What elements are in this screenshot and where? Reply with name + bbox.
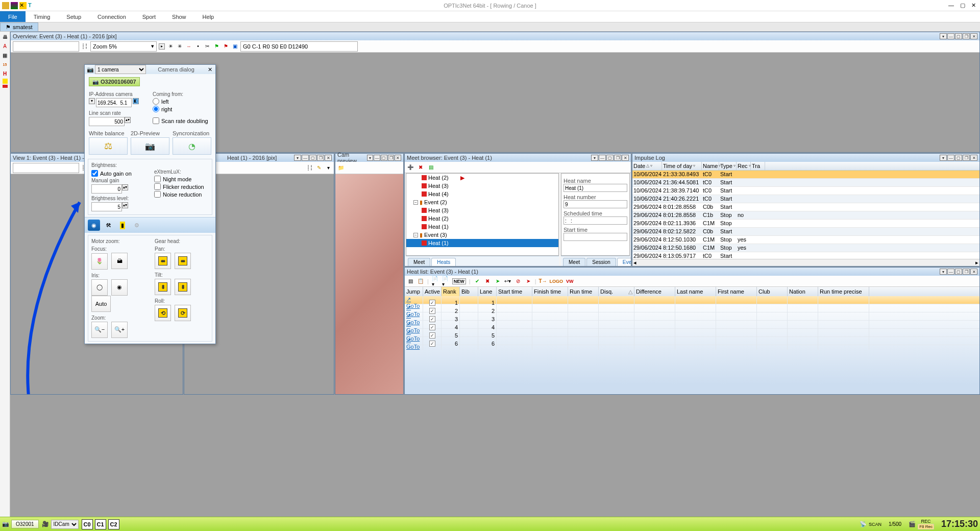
panel-min-icon[interactable]: —: [947, 33, 954, 39]
il-rest-icon[interactable]: ❐: [963, 155, 970, 161]
sun-icon[interactable]: ☀: [167, 43, 174, 50]
v2-min-icon[interactable]: —: [302, 155, 309, 161]
heatlist-row[interactable]: ↗ GoTo ✓ 33: [405, 312, 979, 321]
sb-idcam-select[interactable]: IDCam: [51, 520, 79, 529]
zoom-select[interactable]: Zoom 5%▾: [90, 41, 157, 52]
il-max-icon[interactable]: ▢: [955, 155, 962, 161]
tree-item[interactable]: Heat (3): [428, 207, 449, 213]
v2-dd-icon[interactable]: ▾: [325, 164, 332, 172]
filter-icon[interactable]: ▿: [749, 163, 751, 168]
hl-cal-icon[interactable]: 📋: [417, 278, 424, 285]
sync-button[interactable]: ◔: [173, 137, 211, 155]
scan-input[interactable]: [89, 117, 125, 126]
hl-exp-icon[interactable]: ➤: [525, 278, 532, 285]
hl-vw-btn[interactable]: VW: [566, 279, 574, 284]
impulse-row[interactable]: 10/06/202421:33:30.8493tC0Start: [632, 171, 979, 179]
flag-red-icon[interactable]: ⚑: [222, 43, 229, 50]
mb-new-icon[interactable]: ➕: [407, 164, 414, 171]
mb-max-icon[interactable]: ▢: [606, 155, 614, 161]
lt-h-icon[interactable]: H: [1, 69, 9, 78]
menu-connection[interactable]: Connection: [89, 11, 134, 22]
panel-close-icon[interactable]: ✕: [970, 33, 977, 39]
heatlist-row[interactable]: ↗ GoTo ✓ 11: [405, 296, 979, 304]
sb-f8[interactable]: F8 Rec: [918, 524, 934, 529]
view1-field[interactable]: [13, 163, 79, 173]
menu-file[interactable]: File: [0, 11, 26, 22]
heatlist-row[interactable]: ↗ GoTo ✓ 44: [405, 321, 979, 329]
hl-doc1-icon[interactable]: 📄▾: [432, 278, 439, 285]
bright-spin-icon[interactable]: ▴▾: [122, 202, 128, 208]
impulse-row[interactable]: 29/06/20248:12:50.1680C1MStopyes: [632, 244, 979, 252]
hl-max-icon[interactable]: ▢: [955, 269, 962, 275]
cam-id-chip[interactable]: 📷 O3200106007: [89, 77, 140, 86]
cp-folder-icon[interactable]: 📁: [337, 164, 345, 172]
mb-rest-icon[interactable]: ❐: [614, 155, 621, 161]
menu-setup[interactable]: Setup: [58, 11, 89, 22]
minimize-icon[interactable]: —: [948, 2, 954, 9]
filter-icon[interactable]: ▿: [650, 163, 652, 168]
sb-c0[interactable]: C0: [82, 519, 93, 529]
ip-input[interactable]: [96, 98, 132, 107]
pan-right-button[interactable]: ⬌: [175, 253, 191, 269]
camtab-gear-icon[interactable]: ⚙: [131, 220, 143, 231]
maximize-icon[interactable]: ▢: [960, 2, 965, 9]
flicker-check[interactable]: Flicker reduction: [154, 183, 209, 190]
tree-item[interactable]: Heat (2): [428, 215, 449, 222]
impulse-row[interactable]: 29/06/20248:01:28.8558C0bStart: [632, 203, 979, 211]
tab-heats[interactable]: Heats: [431, 258, 456, 266]
hl-t-icon[interactable]: T→: [540, 278, 547, 285]
impulse-row[interactable]: 29/06/20248:02:12.5822C0bStart: [632, 228, 979, 236]
hl-imp-icon[interactable]: ➤: [494, 278, 501, 285]
noise-check[interactable]: Noise reduction: [154, 191, 209, 198]
v2-ic2-icon[interactable]: ✎: [315, 164, 323, 172]
menu-sport[interactable]: Sport: [134, 11, 164, 22]
from-right-radio[interactable]: right: [153, 106, 211, 112]
tree-item[interactable]: Heat (3): [428, 183, 449, 189]
doubling-check[interactable]: Scan rate doubling: [153, 117, 211, 124]
menu-show[interactable]: Show: [164, 11, 194, 22]
impulse-row[interactable]: 29/06/20248:13:05.9717tC0Start: [632, 252, 979, 259]
v2-dropdown-icon[interactable]: ▾: [294, 155, 301, 161]
collapse-icon[interactable]: −: [413, 233, 418, 237]
camtab-tools-icon[interactable]: 🛠: [102, 220, 114, 231]
close-icon[interactable]: ✕: [971, 2, 976, 9]
tree-event[interactable]: Event (3): [424, 232, 447, 238]
mangain-spin-icon[interactable]: ▴▾: [122, 184, 128, 190]
puzzle-icon[interactable]: ▣: [231, 43, 238, 50]
lt-red-icon[interactable]: [3, 85, 8, 88]
hl-min-icon[interactable]: —: [947, 269, 954, 275]
lt-grid-icon[interactable]: ▦: [1, 51, 9, 59]
ftab-event[interactable]: Event: [617, 258, 631, 266]
mangain-input[interactable]: [91, 184, 122, 194]
il-dd-icon[interactable]: ▾: [940, 155, 947, 161]
start-input[interactable]: [564, 233, 627, 241]
panel-dropdown-icon[interactable]: ▾: [940, 33, 947, 39]
v2-ic1-icon[interactable]: ┊╎: [306, 164, 313, 172]
focus-near-button[interactable]: 🌷: [91, 253, 108, 270]
pan-left-button[interactable]: ⬌: [155, 253, 171, 269]
sb-c2[interactable]: C2: [108, 519, 119, 529]
heatnum-input[interactable]: [564, 200, 627, 208]
lt-yellow-icon[interactable]: [3, 79, 8, 84]
camtab-lens-icon[interactable]: ◉: [88, 220, 100, 231]
hl-stop-icon[interactable]: ⊘: [514, 278, 522, 285]
heatlist-body[interactable]: ↗ GoTo ✓ 11 ↗ GoTo ✓ 22 ↗ GoTo ✓ 33 ↗ Go…: [405, 296, 979, 394]
night-check[interactable]: Night mode: [154, 176, 209, 182]
star-icon[interactable]: ✳: [176, 43, 183, 50]
tree-item[interactable]: Heat (2): [428, 175, 449, 181]
flag-green-icon[interactable]: ⚑: [213, 43, 220, 50]
sched-input[interactable]: [564, 216, 627, 225]
lt-pdf-icon[interactable]: A: [1, 42, 9, 50]
panel-max-icon[interactable]: ▢: [955, 33, 962, 39]
mb-xls-icon[interactable]: ▤: [427, 164, 434, 171]
mb-min-icon[interactable]: —: [599, 155, 606, 161]
heatname-input[interactable]: [564, 184, 627, 192]
il-hscroll[interactable]: ◂▸: [632, 259, 979, 266]
v2-close-icon[interactable]: ✕: [325, 155, 332, 161]
tree-event[interactable]: Event (2): [424, 199, 447, 205]
menu-timing[interactable]: Timing: [26, 11, 59, 22]
lt-print-icon[interactable]: 🖶: [1, 33, 9, 41]
hl-doc2-icon[interactable]: 📄▾: [442, 278, 449, 285]
tilt-down-button[interactable]: ⬍: [175, 279, 191, 295]
impulse-row[interactable]: 10/06/202421:40:26.2221tC0Start: [632, 195, 979, 203]
